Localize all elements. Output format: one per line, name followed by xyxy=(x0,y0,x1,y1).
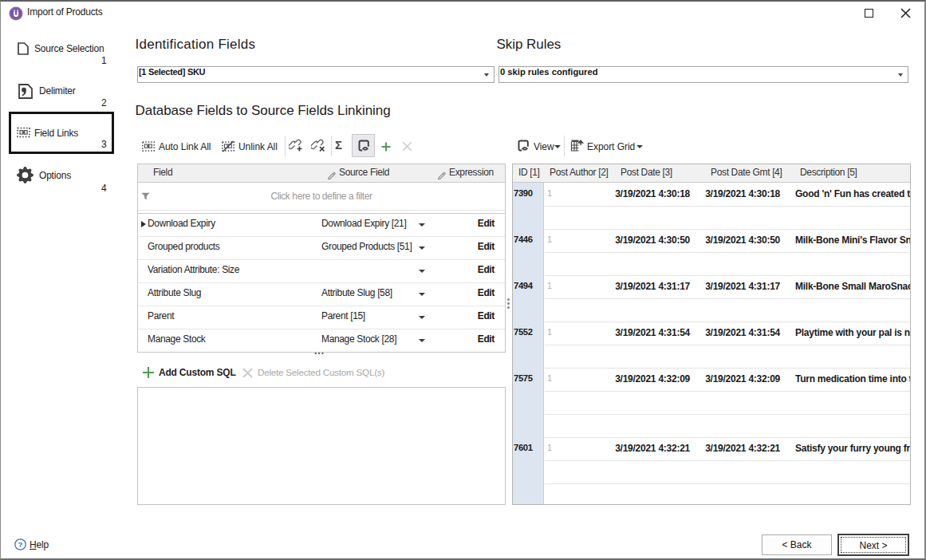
svg-text:?: ? xyxy=(18,540,23,549)
